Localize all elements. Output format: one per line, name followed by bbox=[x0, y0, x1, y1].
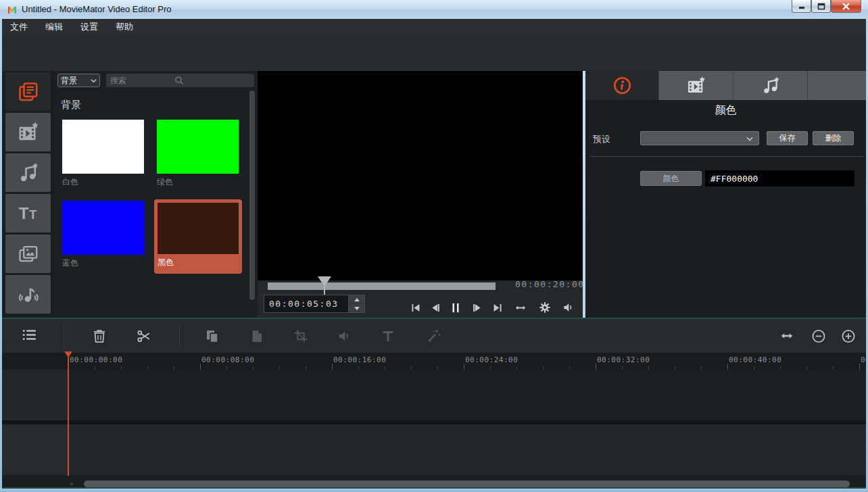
media-type-sidebar: TT bbox=[2, 71, 54, 318]
ruler-major-ticks bbox=[68, 364, 866, 370]
media-library-icon bbox=[17, 80, 40, 103]
seek-bar[interactable] bbox=[268, 282, 496, 290]
sidebar-item-audio-effects[interactable] bbox=[5, 153, 51, 192]
crop-icon[interactable] bbox=[293, 328, 309, 344]
delete-icon[interactable] bbox=[91, 328, 107, 344]
window-frame bbox=[0, 489, 868, 492]
menu-item-file[interactable]: 文件 bbox=[10, 21, 28, 33]
swatch-blue[interactable] bbox=[62, 201, 144, 255]
pause-icon[interactable] bbox=[448, 300, 463, 315]
main-toolbar bbox=[0, 35, 868, 71]
chevron-down-icon bbox=[746, 137, 753, 141]
swatch-black-selected[interactable]: 黑色 bbox=[154, 199, 242, 274]
swatch-green-label: 绿色 bbox=[157, 176, 173, 188]
paste-icon[interactable] bbox=[249, 328, 265, 344]
sound-effects-icon bbox=[17, 283, 40, 306]
divider bbox=[64, 324, 64, 348]
zoom-in-icon[interactable] bbox=[840, 328, 857, 344]
sidebar-item-sound-effects[interactable] bbox=[5, 275, 51, 314]
preview-viewport[interactable] bbox=[258, 71, 583, 280]
divider bbox=[590, 156, 863, 157]
preset-delete-button[interactable]: 删除 bbox=[813, 131, 854, 145]
zoom-out-icon[interactable] bbox=[811, 328, 827, 344]
tab-video-effects[interactable] bbox=[660, 71, 733, 100]
color-value-field[interactable]: #FF000000 bbox=[705, 170, 854, 187]
next-frame-icon[interactable] bbox=[469, 300, 484, 315]
color-picker-button[interactable]: 颜色 bbox=[640, 171, 702, 186]
search-icon bbox=[174, 75, 185, 86]
video-effects-icon bbox=[16, 120, 41, 145]
window-title: Untitled - MovieMator Video Editor Pro bbox=[22, 4, 172, 14]
mute-icon[interactable] bbox=[337, 328, 353, 344]
media-section-title: 背景 bbox=[61, 99, 81, 112]
timeline-playhead-line bbox=[68, 353, 69, 476]
media-panel-scrollbar[interactable] bbox=[249, 91, 255, 300]
tab-info[interactable] bbox=[585, 71, 659, 100]
menu-item-help[interactable]: 帮助 bbox=[116, 21, 133, 33]
timecode-field[interactable]: 00:00:05:03 bbox=[264, 295, 349, 313]
divider bbox=[179, 324, 180, 348]
timeline-menu-icon[interactable] bbox=[21, 326, 37, 343]
preset-label: 预设 bbox=[593, 133, 610, 145]
swatch-black-chip bbox=[158, 203, 239, 254]
window-frame bbox=[0, 19, 2, 489]
sidebar-item-media-library[interactable] bbox=[5, 72, 51, 111]
sidebar-item-video-effects[interactable] bbox=[5, 113, 51, 151]
search-box bbox=[106, 74, 254, 87]
swatch-black-label: 黑色 bbox=[158, 257, 174, 268]
add-text-icon[interactable] bbox=[380, 328, 396, 344]
minimize-button[interactable] bbox=[792, 0, 811, 13]
track-1-lane[interactable] bbox=[68, 370, 866, 420]
app-window: Untitled - MovieMator Video Editor Pro 文… bbox=[0, 0, 868, 492]
preset-dropdown[interactable] bbox=[640, 131, 759, 145]
media-panel bbox=[54, 71, 258, 318]
timecode-decrement-button[interactable] bbox=[349, 304, 364, 313]
sidebar-item-titles[interactable]: TT bbox=[5, 194, 51, 232]
timeline-ruler[interactable]: 00:00:00:00 00:00:08:00 00:00:16:00 00:0… bbox=[2, 353, 866, 370]
video-effects-icon bbox=[685, 75, 707, 97]
scrollbar-dot bbox=[70, 483, 73, 485]
player-volume-icon[interactable] bbox=[561, 300, 576, 315]
previous-frame-icon[interactable] bbox=[428, 300, 443, 315]
timecode-increment-button[interactable] bbox=[349, 295, 364, 304]
titles-icon: TT bbox=[19, 205, 38, 222]
fit-timeline-icon[interactable] bbox=[779, 328, 795, 344]
preset-save-button[interactable]: 保存 bbox=[767, 131, 808, 145]
track-2-lane[interactable] bbox=[68, 424, 866, 475]
toggle-in-out-icon[interactable] bbox=[513, 300, 528, 315]
split-icon[interactable] bbox=[136, 328, 152, 344]
seek-playhead-icon[interactable] bbox=[318, 276, 331, 287]
player-settings-icon[interactable] bbox=[537, 300, 552, 315]
total-duration: 00:00:20:00 bbox=[515, 279, 585, 289]
properties-title: 颜色 bbox=[585, 103, 866, 118]
maximize-button[interactable] bbox=[811, 0, 831, 13]
category-dropdown[interactable]: 背景 bbox=[57, 74, 100, 87]
skip-to-end-icon[interactable] bbox=[490, 300, 505, 315]
tab-audio-effects[interactable] bbox=[734, 71, 808, 100]
close-button[interactable] bbox=[831, 0, 861, 13]
copy-icon[interactable] bbox=[204, 328, 220, 344]
track-1-header[interactable] bbox=[2, 370, 68, 420]
swatch-blue-label: 蓝色 bbox=[62, 257, 78, 269]
menu-item-settings[interactable]: 设置 bbox=[80, 21, 98, 33]
audio-effects-icon bbox=[17, 162, 40, 184]
sidebar-item-transitions[interactable] bbox=[5, 235, 51, 273]
skip-to-start-icon[interactable] bbox=[408, 300, 423, 315]
timeline-horizontal-scrollbar[interactable] bbox=[84, 481, 850, 487]
timeline-toolbar bbox=[2, 319, 866, 353]
timeline-scroll-area bbox=[2, 475, 866, 487]
info-icon bbox=[612, 76, 632, 95]
window-controls bbox=[792, 0, 861, 13]
swatch-white[interactable] bbox=[62, 120, 144, 174]
chevron-down-icon bbox=[91, 78, 97, 83]
menu-bar: 文件 编辑 设置 帮助 bbox=[0, 19, 868, 35]
timecode-spinner bbox=[349, 295, 365, 313]
properties-tab-bar bbox=[585, 71, 866, 100]
track-2-header[interactable] bbox=[2, 424, 68, 475]
swatch-white-label: 白色 bbox=[62, 176, 78, 188]
menu-item-edit[interactable]: 编辑 bbox=[45, 21, 63, 33]
title-bar[interactable]: Untitled - MovieMator Video Editor Pro bbox=[0, 0, 868, 19]
filters-icon[interactable] bbox=[425, 328, 441, 344]
swatch-green[interactable] bbox=[157, 120, 239, 174]
app-logo-icon bbox=[7, 4, 18, 15]
